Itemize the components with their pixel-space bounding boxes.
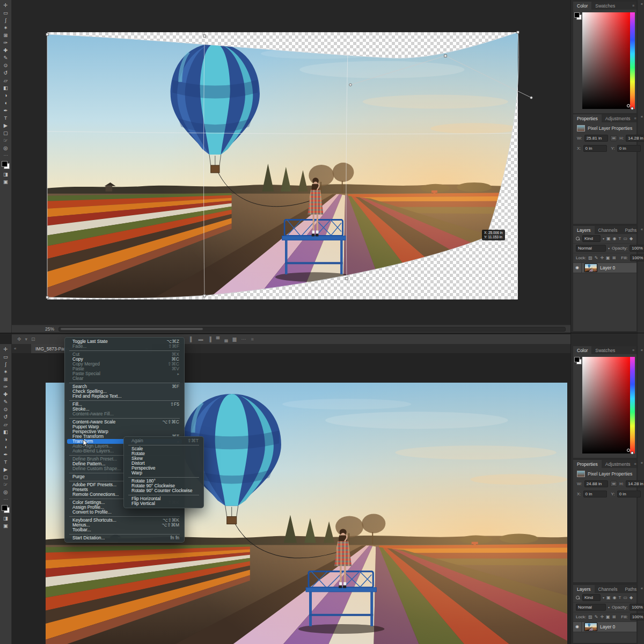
tool-icon[interactable]: ✑ [1,383,10,390]
tab-overflow-icon[interactable]: « [14,346,16,351]
menu-item[interactable]: ▸ [69,418,180,419]
quick-mask-icon[interactable]: ◨ [1,515,10,522]
tab-paths[interactable]: Paths [621,585,640,593]
scrollbar-thumb[interactable] [61,328,203,330]
menu-item[interactable]: ▸ [69,534,180,535]
menu-item[interactable]: Convert to Profile... ▸ [65,510,184,515]
tab-adjustments[interactable]: Adjustments [602,114,634,122]
layer-filter-icon[interactable]: ◉ [613,595,617,600]
tool-icon[interactable]: ▭ [1,9,10,16]
tool-icon[interactable]: ʃ [1,361,10,368]
align-icon[interactable]: ▄ [224,336,228,342]
tool-icon[interactable]: ◑ [1,436,10,443]
menu-item[interactable]: ▸ [69,400,180,401]
align-icon[interactable]: ▌ [190,336,193,342]
tab-adjustments[interactable]: Adjustments [602,460,634,468]
layer-thumbnail[interactable] [584,623,597,631]
tab-swatches[interactable]: Swatches [591,346,619,354]
tool-icon[interactable]: ☞ [1,481,10,488]
foreground-background-swatch[interactable] [2,161,10,169]
tool-icon[interactable]: ⊞ [1,32,10,39]
tab-properties[interactable]: Properties [573,460,602,468]
lock-icon[interactable]: ✛ [600,255,604,260]
menu-item[interactable]: ▸ [69,516,180,517]
color-panel-swatch[interactable] [574,357,582,364]
width-field[interactable]: 25.81 in [584,135,608,142]
lock-icon[interactable]: ▨ [588,255,592,260]
lock-icon[interactable]: ▨ [588,614,592,619]
submenu-item[interactable]: ▸ [128,445,199,445]
layer-row[interactable]: ◉ Layer 0 [573,263,636,273]
quick-mask-icon[interactable]: ◨ [1,171,10,178]
panel-menu-icon[interactable]: ≡ [632,346,636,354]
tool-icon[interactable]: ▭ [1,353,10,360]
lock-icon[interactable]: ▣ [606,255,610,260]
collapse-dock-icon[interactable]: « [641,2,643,6]
kind-filter-select[interactable]: Kind [582,235,601,242]
opacity-field[interactable]: 100% [630,245,644,252]
layer-name[interactable]: Layer 0 [600,265,615,270]
lock-icon[interactable]: ✛ [600,614,604,619]
lock-icon[interactable]: ✎ [595,255,598,260]
tool-icon[interactable]: ▢ [1,473,10,480]
tool-icon[interactable]: ↺ [1,69,10,76]
layer-name[interactable]: Layer 0 [600,624,615,630]
link-dimensions-icon[interactable]: ∞ [610,135,618,141]
height-field[interactable]: 14.28 in [626,480,644,487]
screen-mode-icon[interactable]: ▣ [1,522,10,529]
layer-filter-icon[interactable]: ◆ [630,595,633,600]
options-icon[interactable]: ✥ [17,336,21,342]
panel-menu-icon[interactable]: ≡ [634,114,639,122]
lock-icon[interactable]: ⊠ [612,255,616,260]
foreground-color-chip[interactable] [2,161,8,167]
tool-icon[interactable]: ʃ [1,17,10,24]
submenu-item[interactable]: Rotate 90° Counter Clockwise ▸ [124,488,203,493]
tab-color[interactable]: Color [573,2,591,10]
tab-paths[interactable]: Paths [621,226,640,234]
panel-menu-icon[interactable]: ≡ [634,460,639,468]
tool-icon[interactable]: ⊙ [1,406,10,413]
tool-icon[interactable]: ▢ [1,129,10,136]
hue-slider[interactable] [630,12,635,109]
tool-icon[interactable]: ▱ [1,77,10,84]
align-icon[interactable]: ▆ [233,336,237,342]
submenu-item[interactable]: Again ⇧⌘T ▸ [124,438,203,443]
tab-channels[interactable]: Channels [595,226,621,234]
options-icon[interactable]: ▾ [25,336,28,342]
tool-icon[interactable]: ◧ [1,84,10,91]
tab-properties[interactable]: Properties [573,114,602,122]
layer-thumbnail[interactable] [584,264,597,272]
fill-field[interactable]: 100% [630,254,644,261]
y-field[interactable]: 0 in [617,145,641,152]
tool-icon[interactable]: ✒ [1,107,10,114]
tool-icon[interactable]: ✛ [1,346,10,353]
width-field[interactable]: 24.88 in [584,480,608,487]
tool-icon[interactable]: ✶ [1,368,10,375]
menu-item[interactable]: Fade... ⇧⌘F ▸ [65,344,184,349]
visibility-eye-icon[interactable]: ◉ [573,622,582,632]
hue-slider[interactable] [630,357,635,453]
tab-color[interactable]: Color [573,346,591,354]
layer-filter-icon[interactable]: ▭ [623,595,627,600]
menu-item[interactable]: Find and Replace Text... ▸ [65,394,184,399]
panel-menu-icon[interactable]: ≡ [632,2,636,10]
menu-item[interactable]: Start Dictation... fn fn ▸ [65,536,184,540]
zoom-level[interactable]: 25% [45,326,54,332]
options-icon[interactable]: ⊡ [31,336,35,342]
tool-icon[interactable]: ↺ [1,413,10,420]
tool-icon[interactable]: ✑ [1,39,10,46]
tool-icon[interactable]: ◑ [1,92,10,99]
saturation-brightness-field[interactable] [582,357,632,453]
fill-field[interactable]: 100% [630,613,644,620]
tool-icon[interactable]: ◧ [1,428,10,435]
layer-filter-icon[interactable]: ◉ [613,236,617,241]
collapse-dock-icon[interactable]: « [641,461,643,465]
submenu-item[interactable]: Flip Vertical ▸ [124,501,203,506]
align-icon[interactable]: ▐ [208,336,211,342]
foreground-background-swatch[interactable] [2,505,10,513]
layer-filter-icon[interactable]: ▣ [606,595,611,600]
align-icon[interactable]: ≡ [251,336,253,342]
lock-icon[interactable]: ▣ [606,614,610,619]
tool-icon[interactable]: ⊞ [1,376,10,383]
tool-icon[interactable]: ✛ [1,2,10,9]
